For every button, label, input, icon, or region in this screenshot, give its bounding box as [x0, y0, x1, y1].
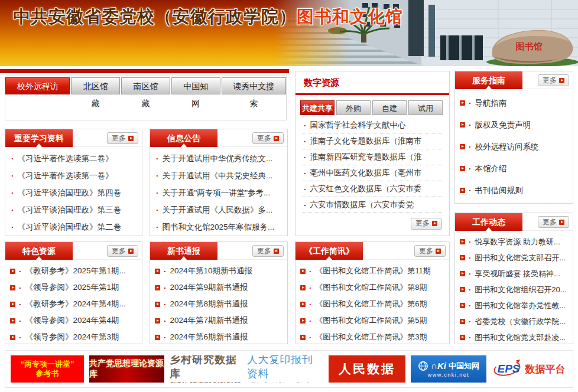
list-item[interactable]: ·六安红色文化数据库（六安市委 [303, 181, 442, 197]
list-item[interactable]: ·淮南新四军研究专题数据库（淮 [303, 149, 442, 165]
more-button[interactable]: 更多 [107, 132, 138, 144]
bullet-dot-icon: · [309, 267, 311, 276]
more-arrow-icon [128, 136, 134, 141]
list-item[interactable]: ·关于开通试用中华优秀传统文... [155, 150, 282, 167]
list-item[interactable]: ·淮南子文化专题数据库（淮南市 [303, 133, 442, 149]
globe-icon [418, 361, 428, 371]
list-item[interactable]: ·2024年第7期新书通报 [155, 312, 282, 329]
digital-tab-selfbuilt[interactable]: 自建 [372, 100, 407, 115]
list-item[interactable]: ·《习近平谈治国理政》第二卷 [10, 218, 137, 236]
list-item[interactable]: ·图书和文化馆举办党性教... [460, 298, 568, 313]
section-special-resources: 特色资源 更多 ·《教研参考》2025年第1期...·《领导参阅》2025年第1… [5, 241, 142, 344]
more-arrow-icon [274, 136, 279, 141]
tab-notch [181, 143, 187, 147]
item-arrow-icon [155, 269, 160, 274]
list-item[interactable]: ·《领导参阅》2025年第1期 [10, 279, 137, 296]
banner-renda-reprint-materials[interactable]: 人大复印报刊资料 China Social Science Excellence [247, 355, 323, 383]
bullet-dot-icon: · [469, 285, 471, 294]
more-button[interactable]: 更多 [414, 245, 446, 257]
bullet-dot-icon: · [164, 300, 167, 309]
list-item[interactable]: ·图书和文化馆党支部召开... [460, 250, 568, 266]
list-item[interactable]: ·校外远程访问系统 [460, 136, 568, 158]
list-item[interactable]: ·国家哲学社会科学文献中心 [303, 117, 442, 133]
section-work-briefs: 《工作简讯》 更多 ·《图书和文化馆工作简讯》第11期·《图书和文化馆工作简讯》… [295, 241, 450, 344]
bullet-dot-icon: · [19, 333, 22, 342]
bullet-dot-icon: · [309, 333, 311, 342]
list-item[interactable]: ·图书和文化馆2025年寒假服务... [155, 218, 282, 236]
item-arrow-icon [300, 335, 306, 340]
banner-cnki[interactable]: ∩Ki 中国知网 www.cnki.net [411, 355, 486, 383]
list-item[interactable]: ·亳州中医药文化数据库（亳州市 [303, 165, 442, 181]
digital-tab-trial[interactable]: 试用 [408, 100, 443, 115]
bullet-dot-icon: · [469, 269, 471, 278]
digital-item-list: ·国家哲学社会科学文献中心·淮南子文化专题数据库（淮南市·淮南新四军研究专题数据… [296, 117, 449, 213]
list-item[interactable]: ·书刊借阅规则 [460, 179, 568, 201]
item-arrow-icon [460, 100, 465, 106]
item-arrow-icon [460, 303, 465, 308]
list-item[interactable]: ·《领导参阅》2024年第4期 [10, 312, 137, 329]
more-button[interactable]: 更多 [538, 216, 569, 228]
list-item[interactable]: ·《图书和文化馆工作简讯》第8期 [300, 279, 444, 296]
bullet-dot-icon: · [156, 223, 159, 231]
list-item[interactable]: ·《习近平谈治国理政》第三卷 [10, 201, 137, 218]
quick-access-tabs: 校外远程访问 北区馆藏 南区馆藏 中国知网 读秀中文搜索 [5, 76, 286, 94]
banner-rural-studies-database[interactable]: 乡村研究数据库 RURAL STUDIES DATABASE [170, 355, 242, 383]
bullet-dot-icon: · [19, 267, 22, 276]
list-item[interactable]: ·《教研参考》2024年第4期... [10, 296, 137, 312]
announcement-item-list: ·关于开通试用中华优秀传统文...·关于开通试用《中共党史经典...·关于开通"… [150, 147, 287, 236]
nav-tab-remote-access[interactable]: 校外远程访问 [5, 77, 70, 94]
more-button[interactable]: 更多 [538, 74, 569, 86]
bullet-dot-icon: · [469, 317, 471, 326]
banner-cpc-theory-resource[interactable]: 共产党思想理论资源库 [89, 355, 164, 383]
list-item[interactable]: ·《习近平著作选读第一卷》 [10, 167, 137, 184]
digital-tab-shared[interactable]: 共建共享 [300, 100, 335, 115]
item-arrow-icon [10, 302, 15, 307]
nav-tab-cnki[interactable]: 中国知网 [171, 77, 220, 94]
study-item-list: ·《习近平著作选读第二卷》·《习近平著作选读第一卷》·《习近平谈治国理政》第四卷… [5, 147, 142, 236]
list-item[interactable]: ·图书和文化馆党支部赴凌... [460, 329, 568, 345]
list-item[interactable]: ·《领导参阅》2024年第3期 [10, 329, 137, 345]
list-item[interactable]: ·关于开通试用《中共党史经典... [155, 167, 282, 184]
list-item[interactable]: ·《习近平著作选读第二卷》 [10, 150, 137, 167]
list-item[interactable]: ·2024年第10期新书通报 [155, 263, 282, 279]
list-item[interactable]: ·《教研参考》2025年第1期... [10, 263, 137, 279]
banner-lecture-reference[interactable]: “两专项一讲堂” 参考书 [11, 355, 84, 383]
banner-eps-data-platform[interactable]: EPS 数据平台 [492, 355, 567, 383]
list-item[interactable]: ·2024年第6期新书通报 [155, 329, 282, 345]
tab-notch [36, 256, 42, 260]
digital-tab-purchased[interactable]: 外购 [336, 100, 371, 115]
bullet-dot-icon: · [19, 283, 22, 292]
list-item[interactable]: ·悦享数字资源 助力教研... [460, 234, 568, 250]
list-item[interactable]: ·2024年第8期新书通报 [155, 296, 282, 312]
more-button[interactable]: 更多 [411, 218, 442, 230]
list-item[interactable]: ·导航指南 [460, 92, 568, 114]
item-arrow-icon [460, 255, 465, 260]
list-item[interactable]: ·本馆介绍 [460, 158, 568, 179]
list-item[interactable]: ·《图书和文化馆工作简讯》第3期 [300, 329, 444, 345]
section-title: 《工作简讯》 [296, 242, 363, 260]
list-item[interactable]: ·《图书和文化馆工作简讯》第5期 [300, 312, 444, 329]
list-item[interactable]: ·图书和文化馆组织召开20... [460, 282, 568, 298]
list-item[interactable]: ·享受视听盛宴 接受精神... [460, 266, 568, 282]
list-item[interactable]: ·《习近平谈治国理政》第四卷 [10, 184, 137, 201]
list-item[interactable]: ·《图书和文化馆工作简讯》第6期 [300, 296, 444, 312]
list-item[interactable]: ·关于开通"两专项一讲堂"参考... [155, 184, 282, 201]
list-item[interactable]: ·《图书和文化馆工作简讯》第11期 [300, 263, 444, 279]
list-item[interactable]: ·省委党校（安徽行政学院... [460, 313, 568, 329]
list-item[interactable]: ·版权及免责声明 [460, 114, 568, 136]
list-item[interactable]: ·2024年第9期新书通报 [155, 279, 282, 296]
new-book-item-list: ·2024年第10期新书通报·2024年第9期新书通报·2024年第8期新书通报… [150, 260, 287, 345]
nav-tab-north-collection[interactable]: 北区馆藏 [71, 77, 120, 94]
more-button[interactable]: 更多 [107, 245, 138, 257]
nav-tab-south-collection[interactable]: 南区馆藏 [121, 77, 170, 94]
item-arrow-icon [155, 335, 160, 340]
more-button[interactable]: 更多 [252, 245, 284, 257]
list-item[interactable]: ·关于开通试用《人民数据》多... [155, 201, 282, 218]
section-title: 重要学习资料 [5, 129, 73, 147]
nav-tab-duxiu-search[interactable]: 读秀中文搜索 [222, 77, 286, 94]
banner-people-data[interactable]: 人民数据 [329, 355, 405, 383]
list-item[interactable]: ·六安市情数据库（六安市委党 [303, 197, 442, 213]
tab-notch [326, 256, 332, 260]
more-button[interactable]: 更多 [252, 132, 284, 144]
bullet-dot-icon: · [156, 171, 159, 180]
